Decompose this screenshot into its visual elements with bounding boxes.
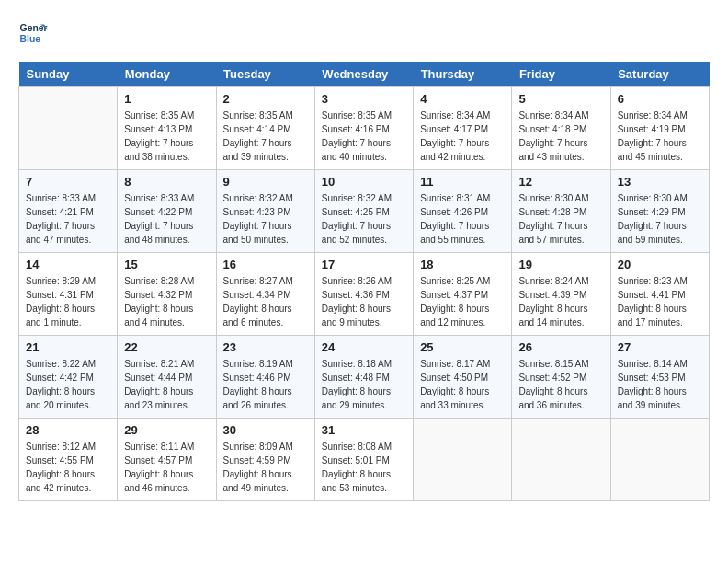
calendar-cell: 24 Sunrise: 8:18 AM Sunset: 4:48 PM Dayl… <box>314 336 413 419</box>
sunrise-label: Sunrise: 8:09 AM <box>223 442 293 452</box>
col-header-wednesday: Wednesday <box>314 62 413 87</box>
daylight-label: Daylight: 8 hours and 9 minutes. <box>322 304 391 327</box>
day-info: Sunrise: 8:30 AM Sunset: 4:28 PM Dayligh… <box>518 191 603 247</box>
day-info: Sunrise: 8:21 AM Sunset: 4:44 PM Dayligh… <box>124 357 209 412</box>
sunrise-label: Sunrise: 8:34 AM <box>518 110 588 121</box>
day-number: 19 <box>518 258 603 271</box>
day-number: 1 <box>124 92 209 106</box>
sunrise-label: Sunrise: 8:34 AM <box>420 110 490 121</box>
sunrise-label: Sunrise: 8:35 AM <box>322 110 392 121</box>
sunrise-label: Sunrise: 8:23 AM <box>618 276 688 286</box>
day-number: 16 <box>223 258 308 271</box>
day-number: 15 <box>124 258 209 271</box>
calendar-cell: 3 Sunrise: 8:35 AM Sunset: 4:16 PM Dayli… <box>314 87 413 170</box>
day-info: Sunrise: 8:24 AM Sunset: 4:39 PM Dayligh… <box>518 274 603 329</box>
sunset-label: Sunset: 4:34 PM <box>223 290 291 300</box>
calendar-cell: 6 Sunrise: 8:34 AM Sunset: 4:19 PM Dayli… <box>610 87 709 170</box>
sunset-label: Sunset: 4:39 PM <box>518 290 586 300</box>
daylight-label: Daylight: 7 hours and 55 minutes. <box>420 221 489 245</box>
daylight-label: Daylight: 8 hours and 6 minutes. <box>223 304 292 327</box>
calendar-cell <box>512 419 610 501</box>
daylight-label: Daylight: 8 hours and 20 minutes. <box>26 386 95 410</box>
day-info: Sunrise: 8:30 AM Sunset: 4:29 PM Dayligh… <box>618 191 702 247</box>
calendar-cell: 2 Sunrise: 8:35 AM Sunset: 4:14 PM Dayli… <box>216 87 314 170</box>
daylight-label: Daylight: 8 hours and 36 minutes. <box>518 386 587 410</box>
daylight-label: Daylight: 7 hours and 39 minutes. <box>223 138 292 162</box>
day-number: 8 <box>124 175 209 189</box>
day-number: 26 <box>518 340 603 354</box>
daylight-label: Daylight: 8 hours and 39 minutes. <box>618 386 687 410</box>
day-info: Sunrise: 8:33 AM Sunset: 4:21 PM Dayligh… <box>26 191 110 247</box>
daylight-label: Daylight: 7 hours and 40 minutes. <box>322 138 391 162</box>
sunrise-label: Sunrise: 8:26 AM <box>322 276 392 286</box>
sunset-label: Sunset: 4:18 PM <box>518 124 586 134</box>
sunset-label: Sunset: 4:37 PM <box>420 290 488 300</box>
day-info: Sunrise: 8:28 AM Sunset: 4:32 PM Dayligh… <box>124 274 209 329</box>
col-header-sunday: Sunday <box>19 62 118 87</box>
sunset-label: Sunset: 4:21 PM <box>26 207 94 217</box>
calendar-cell: 19 Sunrise: 8:24 AM Sunset: 4:39 PM Dayl… <box>512 253 610 336</box>
calendar-cell: 29 Sunrise: 8:11 AM Sunset: 4:57 PM Dayl… <box>118 419 216 501</box>
day-number: 3 <box>322 92 406 106</box>
day-number: 13 <box>618 175 702 189</box>
sunrise-label: Sunrise: 8:29 AM <box>26 276 96 286</box>
sunset-label: Sunset: 4:23 PM <box>223 207 291 217</box>
sunset-label: Sunset: 4:29 PM <box>618 207 686 217</box>
sunset-label: Sunset: 4:57 PM <box>124 455 192 465</box>
calendar-cell: 20 Sunrise: 8:23 AM Sunset: 4:41 PM Dayl… <box>610 253 709 336</box>
day-info: Sunrise: 8:17 AM Sunset: 4:50 PM Dayligh… <box>420 357 505 412</box>
col-header-thursday: Thursday <box>414 62 512 87</box>
daylight-label: Daylight: 8 hours and 42 minutes. <box>26 469 95 493</box>
calendar-cell: 21 Sunrise: 8:22 AM Sunset: 4:42 PM Dayl… <box>19 336 118 419</box>
daylight-label: Daylight: 7 hours and 38 minutes. <box>124 138 193 162</box>
logo: General Blue <box>18 18 51 48</box>
day-number: 29 <box>124 423 209 437</box>
daylight-label: Daylight: 8 hours and 49 minutes. <box>223 469 292 493</box>
day-info: Sunrise: 8:34 AM Sunset: 4:18 PM Dayligh… <box>518 109 603 164</box>
sunrise-label: Sunrise: 8:27 AM <box>223 276 293 286</box>
sunset-label: Sunset: 4:13 PM <box>124 124 192 134</box>
sunrise-label: Sunrise: 8:30 AM <box>518 193 588 203</box>
page-header: General Blue <box>18 18 710 48</box>
day-info: Sunrise: 8:32 AM Sunset: 4:25 PM Dayligh… <box>322 191 406 247</box>
calendar-cell: 18 Sunrise: 8:25 AM Sunset: 4:37 PM Dayl… <box>414 253 512 336</box>
sunrise-label: Sunrise: 8:12 AM <box>26 442 96 452</box>
daylight-label: Daylight: 8 hours and 46 minutes. <box>124 469 193 493</box>
calendar-cell: 16 Sunrise: 8:27 AM Sunset: 4:34 PM Dayl… <box>216 253 314 336</box>
sunrise-label: Sunrise: 8:18 AM <box>322 359 392 369</box>
day-number: 20 <box>618 258 702 271</box>
sunrise-label: Sunrise: 8:11 AM <box>124 442 194 452</box>
sunset-label: Sunset: 4:59 PM <box>223 455 291 465</box>
calendar-cell: 5 Sunrise: 8:34 AM Sunset: 4:18 PM Dayli… <box>512 87 610 170</box>
daylight-label: Daylight: 8 hours and 17 minutes. <box>618 304 687 327</box>
sunset-label: Sunset: 4:53 PM <box>618 373 686 383</box>
day-number: 10 <box>322 175 406 189</box>
day-number: 22 <box>124 340 209 354</box>
day-info: Sunrise: 8:27 AM Sunset: 4:34 PM Dayligh… <box>223 274 308 329</box>
calendar-cell: 14 Sunrise: 8:29 AM Sunset: 4:31 PM Dayl… <box>19 253 118 336</box>
day-info: Sunrise: 8:35 AM Sunset: 4:16 PM Dayligh… <box>322 109 406 164</box>
sunset-label: Sunset: 4:14 PM <box>223 124 291 134</box>
sunrise-label: Sunrise: 8:22 AM <box>26 359 96 369</box>
calendar-cell: 4 Sunrise: 8:34 AM Sunset: 4:17 PM Dayli… <box>414 87 512 170</box>
day-number: 5 <box>518 92 603 106</box>
sunrise-label: Sunrise: 8:14 AM <box>618 359 688 369</box>
daylight-label: Daylight: 8 hours and 53 minutes. <box>322 469 391 493</box>
daylight-label: Daylight: 7 hours and 43 minutes. <box>518 138 587 162</box>
calendar-cell: 1 Sunrise: 8:35 AM Sunset: 4:13 PM Dayli… <box>118 87 216 170</box>
calendar-cell <box>414 419 512 501</box>
sunrise-label: Sunrise: 8:19 AM <box>223 359 293 369</box>
day-info: Sunrise: 8:33 AM Sunset: 4:22 PM Dayligh… <box>124 191 209 247</box>
sunset-label: Sunset: 4:25 PM <box>322 207 390 217</box>
sunset-label: Sunset: 4:32 PM <box>124 290 192 300</box>
day-info: Sunrise: 8:08 AM Sunset: 5:01 PM Dayligh… <box>322 440 406 495</box>
sunset-label: Sunset: 4:26 PM <box>420 207 488 217</box>
sunset-label: Sunset: 4:28 PM <box>518 207 586 217</box>
calendar-cell: 28 Sunrise: 8:12 AM Sunset: 4:55 PM Dayl… <box>19 419 118 501</box>
daylight-label: Daylight: 7 hours and 47 minutes. <box>26 221 95 245</box>
calendar-cell: 31 Sunrise: 8:08 AM Sunset: 5:01 PM Dayl… <box>314 419 413 501</box>
day-info: Sunrise: 8:18 AM Sunset: 4:48 PM Dayligh… <box>322 357 406 412</box>
calendar-cell: 12 Sunrise: 8:30 AM Sunset: 4:28 PM Dayl… <box>512 170 610 253</box>
sunrise-label: Sunrise: 8:32 AM <box>322 193 392 203</box>
day-number: 17 <box>322 258 406 271</box>
